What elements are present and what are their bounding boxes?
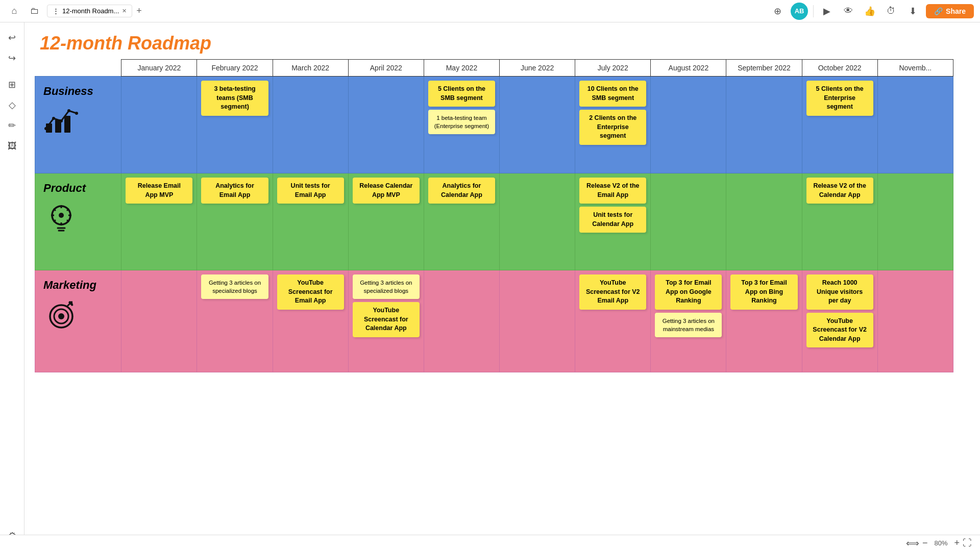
left-toolbar: ↩ ↪ ⊞ ◇ ✏ 🖼 ⚙ <box>0 22 24 551</box>
svg-rect-5 <box>46 123 52 133</box>
tool-undo[interactable]: ↩ <box>3 29 21 47</box>
marketing-mar: YouTube Screencast for Email App <box>273 270 348 372</box>
header-jan: January 2022 <box>121 60 197 77</box>
page-title: 12-month Roadmap <box>40 33 965 54</box>
sticky-note[interactable]: Release Calendar App MVP <box>353 178 420 204</box>
svg-point-1 <box>52 117 55 120</box>
sticky-note[interactable]: Unit tests for Email App <box>277 178 344 204</box>
product-label-cell: Product <box>35 173 121 270</box>
main-content: 12-month Roadmap January 2022 February 2… <box>24 22 980 551</box>
tab-title: 12-month Roadm... <box>62 7 119 15</box>
sticky-note[interactable]: Analytics for Calendar App <box>428 178 495 204</box>
files-button[interactable]: 🗀 <box>27 3 43 19</box>
fit-width-button[interactable]: ⟺ <box>906 538 919 549</box>
header-apr: April 2022 <box>348 60 424 77</box>
marketing-jun <box>500 270 575 372</box>
target-icon-button[interactable]: ⊕ <box>769 3 786 19</box>
marketing-aug: Top 3 for Email App on Google Ranking Ge… <box>651 270 726 372</box>
avatar-button[interactable]: AB <box>791 3 808 20</box>
present-button[interactable]: ▶ <box>819 3 835 19</box>
tool-grid[interactable]: ⊞ <box>3 76 21 94</box>
sticky-note[interactable]: Getting 3 articles on specialized blogs <box>353 274 420 299</box>
business-label: Business <box>43 85 113 98</box>
sticky-note[interactable]: YouTube Screencast for Calendar App <box>353 302 420 337</box>
roadmap-container[interactable]: January 2022 February 2022 March 2022 Ap… <box>24 59 980 542</box>
roadmap-table: January 2022 February 2022 March 2022 Ap… <box>35 59 953 372</box>
timer-button[interactable]: ⏱ <box>883 3 899 19</box>
svg-point-22 <box>58 313 64 319</box>
sticky-note[interactable]: 1 beta-testing team (Enterprise segment) <box>428 110 495 134</box>
sticky-note[interactable]: 2 Clients on the Enterprise segment <box>579 110 646 145</box>
download-button[interactable]: ⬇ <box>904 3 921 19</box>
sticky-note[interactable]: 3 beta-testing teams (SMB segment) <box>201 81 268 116</box>
sticky-note[interactable]: Release Email App MVP <box>126 178 192 204</box>
marketing-nov <box>877 270 953 372</box>
sticky-note[interactable]: 5 Clients on the Enterprise segment <box>806 81 873 116</box>
sticky-note[interactable]: YouTube Screencast for V2 Calendar App <box>806 313 873 348</box>
toolbar-divider <box>813 5 814 17</box>
business-jan <box>121 77 197 173</box>
product-jan: Release Email App MVP <box>121 173 197 270</box>
product-oct: Release V2 of the Calendar App <box>802 173 877 270</box>
month-header-row: January 2022 February 2022 March 2022 Ap… <box>35 60 953 77</box>
top-bar: ⌂ 🗀 ⋮ 12-month Roadm... ✕ + ⊕ AB ▶ 👁 👍 ⏱… <box>0 0 980 22</box>
sticky-note[interactable]: Top 3 for Email App on Google Ranking <box>655 274 722 310</box>
sticky-note[interactable]: 5 Clients on the SMB segment <box>428 81 495 107</box>
business-oct: 5 Clients on the Enterprise segment <box>802 77 877 173</box>
svg-rect-6 <box>55 119 61 133</box>
header-empty <box>35 60 121 77</box>
sticky-note[interactable]: Release V2 of the Email App <box>579 178 646 204</box>
zoom-value: 80% <box>930 539 951 547</box>
product-row: Product <box>35 173 953 270</box>
sticky-note[interactable]: Top 3 for Email App on Bing Ranking <box>730 274 797 310</box>
sticky-note[interactable]: Getting 3 articles on specialized blogs <box>201 274 268 299</box>
zoom-in-button[interactable]: + <box>954 538 960 548</box>
business-jul: 10 Clients on the SMB segment 2 Clients … <box>575 77 651 173</box>
zoom-out-button[interactable]: − <box>922 538 928 548</box>
header-aug: August 2022 <box>651 60 726 77</box>
eye-button[interactable]: 👁 <box>840 3 856 19</box>
product-jul: Release V2 of the Email App Unit tests f… <box>575 173 651 270</box>
product-feb: Analytics for Email App <box>197 173 273 270</box>
fit-screen-button[interactable]: ⛶ <box>963 538 972 548</box>
product-aug <box>651 173 726 270</box>
marketing-jul: YouTube Screencast for V2 Email App <box>575 270 651 372</box>
marketing-oct: Reach 1000 Unique visitors per day YouTu… <box>802 270 877 372</box>
new-tab-button[interactable]: + <box>136 6 142 16</box>
business-apr <box>348 77 424 173</box>
sticky-note[interactable]: Unit tests for Calendar App <box>579 207 646 233</box>
svg-point-4 <box>75 112 78 115</box>
marketing-label: Marketing <box>43 279 113 292</box>
sticky-note[interactable]: Reach 1000 Unique visitors per day <box>806 274 873 310</box>
sticky-note[interactable]: Analytics for Email App <box>201 178 268 204</box>
header-nov: Novemb... <box>877 60 953 77</box>
tool-shapes[interactable]: ◇ <box>3 96 21 114</box>
thumbs-up-button[interactable]: 👍 <box>862 3 878 19</box>
tool-pen[interactable]: ✏ <box>3 116 21 135</box>
active-tab[interactable]: ⋮ 12-month Roadm... ✕ <box>47 5 132 17</box>
sticky-note[interactable]: Release V2 of the Calendar App <box>806 178 873 204</box>
top-bar-left: ⌂ 🗀 ⋮ 12-month Roadm... ✕ + <box>6 3 765 19</box>
sticky-note[interactable]: Getting 3 articles on mainstream medias <box>655 313 722 337</box>
marketing-label-cell: Marketing <box>35 270 121 372</box>
marketing-apr: Getting 3 articles on specialized blogs … <box>348 270 424 372</box>
header-jul: July 2022 <box>575 60 651 77</box>
business-nov <box>877 77 953 173</box>
product-nov <box>877 173 953 270</box>
product-may: Analytics for Calendar App <box>424 173 499 270</box>
tool-image[interactable]: 🖼 <box>3 137 21 155</box>
sticky-note[interactable]: YouTube Screencast for V2 Email App <box>579 274 646 310</box>
page-title-area: 12-month Roadmap <box>24 22 980 59</box>
tab-close-icon[interactable]: ✕ <box>122 8 127 14</box>
header-mar: March 2022 <box>273 60 348 77</box>
product-jun <box>500 173 575 270</box>
share-button[interactable]: 🔗 Share <box>926 4 974 18</box>
marketing-icon <box>43 297 113 335</box>
sticky-note[interactable]: YouTube Screencast for Email App <box>277 274 344 310</box>
product-label: Product <box>43 182 113 195</box>
marketing-may <box>424 270 499 372</box>
svg-point-3 <box>67 109 70 112</box>
home-button[interactable]: ⌂ <box>6 3 22 19</box>
sticky-note[interactable]: 10 Clients on the SMB segment <box>579 81 646 107</box>
tool-redo[interactable]: ↪ <box>3 49 21 67</box>
